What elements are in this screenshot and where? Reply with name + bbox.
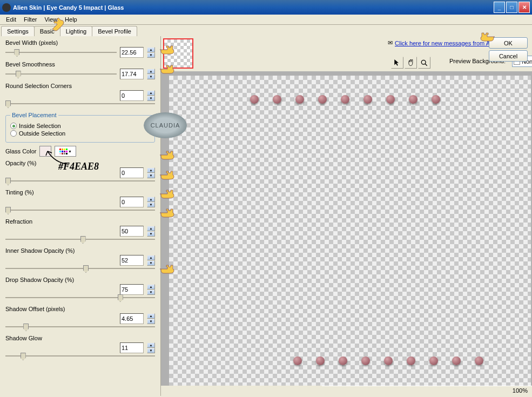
refraction-label: Refraction [5,218,155,225]
bead [409,95,417,104]
spinner-up[interactable]: ▲ [147,90,155,96]
bevel-placement-legend: Bevel Placement [10,112,58,118]
spinner-up[interactable]: ▲ [147,284,155,290]
bevel-width-label: Bevel Width (pixels) [5,39,155,46]
spinner-down[interactable]: ▼ [147,52,155,58]
bead [273,95,281,104]
shadow-glow-label: Shadow Glow [5,335,155,341]
tab-settings[interactable]: Settings [1,26,35,36]
tab-lighting[interactable]: Lighting [60,26,93,36]
preview-area: ✉ Click here for new messages from Alien… [161,36,532,396]
bevel-smoothness-input[interactable] [120,69,144,79]
spinner-up[interactable]: ▲ [147,197,155,202]
radio-icon [10,130,17,137]
radio-inside-selection[interactable]: Inside Selection [10,123,150,129]
inner-shadow-slider[interactable] [5,264,155,273]
preview-toolbar: ✉ Click here for new messages from Alien… [161,36,532,71]
menu-help[interactable]: Help [61,15,81,24]
spinner-up[interactable]: ▲ [147,313,155,319]
tab-bevel-profile[interactable]: Bevel Profile [92,26,137,36]
zoom-level: 100% [513,387,528,395]
menubar: Edit Filter View Help [0,15,532,25]
radio-icon [10,123,17,129]
opacity-label: Opacity (%) [5,160,155,166]
bead [361,356,370,365]
spinner-down[interactable]: ▼ [147,74,155,79]
spinner-up[interactable]: ▲ [147,167,155,173]
spinner-up[interactable]: ▲ [147,342,155,348]
shadow-offset-label: Shadow Offset (pixels) [5,306,155,312]
tab-basic[interactable]: Basic [34,26,60,36]
bead [363,95,372,104]
bead [316,356,325,365]
refraction-slider[interactable] [5,234,155,244]
bead [295,95,304,104]
glass-color-swatch[interactable] [39,146,51,157]
bead [432,95,440,104]
bevel-width-input[interactable] [120,47,144,58]
bevel-width-slider[interactable] [5,48,117,57]
drop-shadow-slider[interactable] [5,293,155,302]
bevel-smoothness-slider[interactable] [5,69,117,79]
tinting-label: Tinting (%) [5,189,155,196]
radio-outside-selection[interactable]: Outside Selection [10,130,150,137]
bead [386,95,395,104]
ok-button[interactable]: OK [489,37,528,49]
bead [339,356,347,365]
bead [407,356,415,365]
bead [341,95,349,104]
menu-filter[interactable]: Filter [20,15,41,24]
close-button[interactable]: ✕ [518,2,530,13]
round-corners-slider[interactable] [5,99,155,109]
bevel-placement-group: Bevel Placement Inside Selection Outside… [5,112,155,143]
app-icon [2,3,11,12]
shape-thumbnail[interactable] [163,38,193,69]
glass-color-label: Glass Color [5,148,36,154]
spinner-up[interactable]: ▲ [147,69,155,74]
preview-canvas[interactable] [161,71,532,386]
settings-panel: Bevel Width (pixels) ▲▼ Bevel Smoothness… [0,36,161,396]
message-icon: ✉ [388,39,393,46]
spinner-up[interactable]: ▲ [147,47,155,52]
window-title: Alien Skin | Eye Candy 5 Impact | Glass [13,4,124,11]
bead [293,356,302,365]
shadow-glow-slider[interactable] [5,351,155,361]
spinner-up[interactable]: ▲ [147,226,155,231]
shadow-offset-slider[interactable] [5,322,155,332]
bead [384,356,393,365]
cancel-button[interactable]: Cancel [489,50,528,62]
opacity-slider[interactable] [5,176,155,186]
svg-line-1 [425,63,427,65]
inner-shadow-label: Inner Shadow Opacity (%) [5,247,155,254]
bead [429,356,438,365]
drop-shadow-label: Drop Shadow Opacity (%) [5,277,155,283]
tabs-bar: Settings Basic Lighting Bevel Profile [1,26,532,36]
minimize-button[interactable]: _ [494,2,505,13]
bead [475,356,483,365]
menu-edit[interactable]: Edit [2,15,20,24]
color-picker-button[interactable]: ▼ [55,146,76,157]
round-corners-label: Round Selection Corners [5,83,155,89]
statusbar: 100% [322,386,532,396]
bead [250,95,259,104]
hand-tool-icon[interactable] [405,57,417,69]
titlebar: Alien Skin | Eye Candy 5 Impact | Glass … [0,0,532,15]
menu-view[interactable]: View [41,15,61,24]
pointer-tool-icon[interactable] [391,57,403,69]
bead [318,95,327,104]
zoom-tool-icon[interactable] [418,57,430,69]
bead [452,356,461,365]
spinner-up[interactable]: ▲ [147,255,155,260]
maximize-button[interactable]: □ [506,2,517,13]
tinting-slider[interactable] [5,205,155,215]
bevel-smoothness-label: Bevel Smoothness [5,61,155,68]
